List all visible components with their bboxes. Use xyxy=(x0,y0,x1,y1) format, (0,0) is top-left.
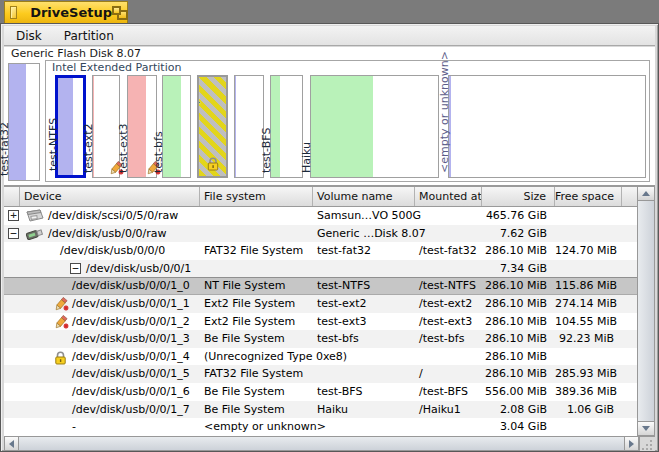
column-header-file-system[interactable]: File system xyxy=(200,187,313,206)
file-system: FAT32 File System xyxy=(200,365,313,383)
partition-bar-test-ext2[interactable]: test-ext2 xyxy=(92,75,120,178)
vertical-scrollbar[interactable] xyxy=(637,186,655,436)
expand-toggle[interactable]: − xyxy=(8,228,19,239)
table-row[interactable]: -<empty or unknown>3.04 GiB xyxy=(4,418,637,436)
device-cell: /dev/disk/usb/0/0/1_2 xyxy=(20,313,200,331)
scroll-right-button[interactable] xyxy=(624,437,638,450)
mount-point: /test-ext2 xyxy=(415,295,482,313)
volume-name xyxy=(313,348,415,366)
horizontal-scroll-thumb[interactable] xyxy=(19,437,624,450)
expand-toggle[interactable]: + xyxy=(8,210,19,221)
column-header-free-space[interactable]: Free space xyxy=(555,187,622,206)
partition-bar-partition-24-luks-enc[interactable]: Partition 24 (LUKS enc… xyxy=(197,75,228,178)
scroll-down-button[interactable] xyxy=(638,421,654,435)
free-space-value: 274.14 MiB xyxy=(555,295,622,313)
horizontal-scroll-track[interactable] xyxy=(19,437,624,450)
size-value: 7.34 GiB xyxy=(482,260,555,278)
mount-point: /test-NTFS xyxy=(415,277,482,295)
partition-bar-label: test-ext2 xyxy=(82,124,95,174)
mount-point: /test-ext3 xyxy=(415,313,482,331)
table-row[interactable]: −/dev/disk/usb/0/0/17.34 GiB xyxy=(4,260,637,278)
table-row[interactable]: /dev/disk/usb/0/0/1_1Ext2 File Systemtes… xyxy=(4,295,637,313)
free-space-value: 1.06 GiB xyxy=(555,401,622,419)
close-button[interactable] xyxy=(10,6,17,19)
free-space-value xyxy=(555,418,622,436)
free-space-value: 285.93 MiB xyxy=(555,365,622,383)
device-path: /dev/disk/usb/0/0/1_2 xyxy=(72,313,190,331)
size-value: 556.00 MiB xyxy=(482,383,555,401)
expand-cell xyxy=(4,418,20,436)
vertical-scroll-track[interactable] xyxy=(638,201,654,421)
arrow-down-icon xyxy=(642,426,650,431)
volume-name: Haiku xyxy=(313,401,415,419)
volume-name xyxy=(313,365,415,383)
table-row[interactable]: +/dev/disk/scsi/0/5/0/rawSamsun…VO 500G4… xyxy=(4,207,637,225)
table-row[interactable]: /dev/disk/usb/0/0/1_3Be File Systemtest-… xyxy=(4,330,637,348)
window-tab[interactable]: DriveSetup xyxy=(4,1,128,23)
partition-bar-test-bfs[interactable]: test-bfs xyxy=(162,75,191,178)
device-cell: /dev/disk/usb/0/0/raw xyxy=(20,225,200,243)
expand-toggle[interactable]: − xyxy=(70,263,81,274)
mount-point: /Haiku1 xyxy=(415,401,482,419)
table-row[interactable]: /dev/disk/usb/0/0/1_6Be File Systemtest-… xyxy=(4,383,637,401)
file-system: Ext2 File System xyxy=(200,295,313,313)
table-row[interactable]: /dev/disk/usb/0/0/1_5FAT32 File System/2… xyxy=(4,365,637,383)
device-cell: /dev/disk/usb/0/0/0 xyxy=(20,242,200,260)
size-value: 286.10 MiB xyxy=(482,277,555,295)
device-path: /dev/disk/usb/0/0/1_7 xyxy=(72,401,190,419)
partition-bar-test-fat32[interactable]: test-fat32 xyxy=(8,63,40,181)
table-row[interactable]: /dev/disk/usb/0/0/1_4(Unrecognized Type … xyxy=(4,348,637,366)
expand-cell: + xyxy=(4,207,20,225)
partition-used-fill xyxy=(311,76,373,177)
device-path: - xyxy=(72,418,76,436)
device-path: /dev/disk/usb/0/0/1_6 xyxy=(72,383,190,401)
table-row[interactable]: /dev/disk/usb/0/0/1_0NT File Systemtest-… xyxy=(4,277,637,295)
column-header-mounted-at[interactable]: Mounted at xyxy=(415,187,482,206)
table-row[interactable]: /dev/disk/usb/0/0/1_7Be File SystemHaiku… xyxy=(4,401,637,419)
horizontal-scrollbar[interactable] xyxy=(4,436,639,451)
scroll-left-button[interactable] xyxy=(5,437,19,450)
volume-name: test-bfs xyxy=(313,330,415,348)
partition-used-fill xyxy=(58,78,73,175)
resize-grip[interactable] xyxy=(639,436,655,451)
column-header-unnamed[interactable] xyxy=(4,187,20,206)
volume-name xyxy=(313,260,415,278)
extended-partition-box[interactable]: Intel Extended Partition test-NTFStest-e… xyxy=(45,60,650,182)
vertical-scroll-thumb[interactable] xyxy=(638,201,654,421)
mount-point: /test-BFS xyxy=(415,383,482,401)
partition-bar-haiku[interactable]: Haiku xyxy=(310,75,439,178)
free-space-value xyxy=(555,260,622,278)
column-header-stub xyxy=(622,187,637,206)
expand-cell xyxy=(4,330,20,348)
table-row[interactable]: −/dev/disk/usb/0/0/rawGeneric …Disk 8.07… xyxy=(4,225,637,243)
menu-item-partition[interactable]: Partition xyxy=(54,27,124,45)
file-system: <empty or unknown> xyxy=(200,418,313,436)
menu-item-disk[interactable]: Disk xyxy=(6,27,52,45)
partition-bar-test-bfs[interactable]: test-BFS xyxy=(270,75,303,178)
volume-name: test-ext3 xyxy=(313,313,415,331)
column-header-size[interactable]: Size xyxy=(482,187,555,206)
table-row[interactable]: /dev/disk/usb/0/0/1_2Ext2 File Systemtes… xyxy=(4,313,637,331)
device-cell: /dev/disk/usb/0/0/1_6 xyxy=(20,383,200,401)
file-system: FAT32 File System xyxy=(200,242,313,260)
partition-used-fill xyxy=(128,76,146,177)
file-system xyxy=(200,260,313,278)
column-header-volume-name[interactable]: Volume name xyxy=(313,187,415,206)
menu-bar: DiskPartition xyxy=(4,26,655,46)
volume-name: test-ext2 xyxy=(313,295,415,313)
mount-point: /test-bfs xyxy=(415,330,482,348)
zoom-button[interactable] xyxy=(112,6,120,20)
free-space-value xyxy=(555,207,622,225)
device-path: /dev/disk/usb/0/0/1_5 xyxy=(72,365,190,383)
scroll-up-button[interactable] xyxy=(638,187,654,201)
volume-name: test-fat32 xyxy=(313,242,415,260)
column-header-device[interactable]: Device xyxy=(20,187,200,206)
table-row[interactable]: /dev/disk/usb/0/0/0FAT32 File Systemtest… xyxy=(4,242,637,260)
arrow-left-icon xyxy=(9,440,14,448)
device-path: /dev/disk/scsi/0/5/0/raw xyxy=(48,207,178,225)
partition-bar-empty-or-unknown[interactable]: <empty or unknown> xyxy=(448,75,646,178)
arrow-right-icon xyxy=(629,440,634,448)
device-cell: /dev/disk/scsi/0/5/0/raw xyxy=(20,207,200,225)
device-path: /dev/disk/usb/0/0/raw xyxy=(48,225,167,243)
size-value: 3.04 GiB xyxy=(482,418,555,436)
